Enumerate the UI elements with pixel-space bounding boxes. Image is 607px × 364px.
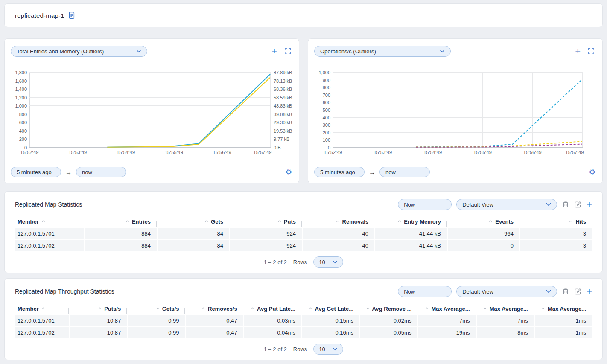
y-tick-label: 78.13 kB [274,79,292,84]
fullscreen-icon[interactable] [588,48,595,55]
column-header[interactable]: Puts [229,218,302,225]
table-cell: 0.99 [127,327,185,338]
table-cell: 19ms [417,327,476,338]
column-header[interactable]: Max Average... [417,306,476,312]
table-cell: 964 [447,228,519,239]
y-tick-label: 100 [323,137,330,143]
view-selector[interactable]: Default View [456,286,557,297]
table-cell: 884 [84,228,157,239]
y-tick-label: 9.77 kB [274,137,289,142]
document-icon[interactable] [68,12,75,19]
sort-caret-icon [541,307,545,310]
column-header-label: Removes/s [208,306,237,312]
column-header-label: Hits [575,218,586,225]
x-axis: 15:52:4915:53:4915:54:4915:55:4915:56:49… [29,150,271,157]
column-header-label: Avg Get Late... [315,306,354,312]
column-header[interactable]: Events [447,218,519,225]
chart-plot[interactable] [333,72,583,148]
y-tick-label: 48.83 kB [274,103,292,108]
column-header[interactable]: Member [15,306,69,312]
column-header[interactable]: Gets [157,218,229,225]
table-cell: 0.47 [185,327,243,338]
table-cell: 0.04ms [243,327,301,338]
x-tick-label: 15:54:49 [117,150,135,155]
time-to-input[interactable]: now [76,167,126,177]
arrow-right-icon: → [369,169,375,176]
x-tick-label: 15:57:49 [254,150,272,155]
x-tick-label: 15:56:49 [523,150,542,155]
metric-selector-label: Operations/s (Outliers) [320,48,376,55]
x-tick-label: 15:53:49 [68,150,87,155]
column-header[interactable]: Entries [84,218,157,225]
table-cell: 0.02ms [359,315,417,326]
rows-label: Rows [293,259,307,265]
sort-caret-icon [336,220,340,223]
edit-view-icon[interactable] [574,288,582,295]
fullscreen-icon[interactable] [284,48,291,55]
table-row[interactable]: 127.0.0.1:570210.870.990.470.04ms0.16ms0… [15,327,592,338]
sort-caret-icon [425,307,429,310]
add-column-icon[interactable]: + [587,288,592,295]
column-header[interactable]: Avg Remove ... [359,306,417,312]
view-selector[interactable]: Default View [456,199,557,210]
delete-view-icon[interactable] [562,288,569,295]
chevron-down-icon [333,260,338,264]
column-header[interactable]: Hits [519,218,592,225]
table-row[interactable]: 127.0.0.1:570110.870.990.470.03ms0.15ms0… [15,315,592,326]
page-size-selector[interactable]: 10 [313,344,343,355]
time-from-input[interactable]: 5 minutes ago [314,167,365,177]
column-header-label: Member [18,218,39,225]
time-from-input[interactable]: 5 minutes ago [11,167,61,177]
chevron-down-icon [440,50,445,53]
gets-per-sec-line [416,141,582,147]
delete-view-icon[interactable] [562,201,569,208]
table-cell: 1ms [534,315,592,326]
removes-per-sec-line [416,144,582,147]
column-header[interactable]: Removals [302,218,374,225]
y-tick-label: 300 [323,122,330,128]
y-tick-label: 68.36 kB [274,87,292,92]
table-cell: 40 [302,240,374,251]
column-header[interactable]: Avg Get Late... [301,306,359,312]
y-tick-label: 0 B [274,145,281,150]
table-row[interactable]: 127.0.0.1:5701884849244041.44 kB9643 [15,228,592,239]
column-header[interactable]: Max Average... [534,306,592,312]
y-tick-label: 500 [323,108,330,113]
column-header-label: Gets [211,218,223,225]
table-cell: 1ms [534,327,592,338]
x-tick-label: 15:55:49 [165,150,183,155]
table-cell: 10.87 [69,315,127,326]
add-chart-icon[interactable]: + [575,47,581,55]
column-header-label: Member [18,306,39,312]
metric-selector[interactable]: Total Entries and Memory (Outliers) [11,46,147,57]
column-header[interactable]: Avg Put Late... [243,306,301,312]
column-header[interactable]: Member [15,218,84,225]
y-tick-label: 200 [19,137,27,142]
column-header[interactable]: Removes/s [185,306,243,312]
chevron-down-icon [546,203,551,206]
view-selector-label: Default View [462,288,493,295]
column-header[interactable]: Puts/s [69,306,127,312]
column-header[interactable]: Entry Memory [374,218,447,225]
time-to-input[interactable]: now [379,167,430,177]
add-column-icon[interactable]: + [587,201,592,208]
chart-plot[interactable] [29,72,271,148]
table-cell: 127.0.0.1:5701 [15,315,69,326]
page-size-selector[interactable]: 10 [313,256,343,268]
table-row[interactable]: 127.0.0.1:5702884849244041.44 kB03 [15,240,592,251]
time-input[interactable]: Now [398,286,452,297]
column-header[interactable]: Max Average... [476,306,534,312]
metric-selector[interactable]: Operations/s (Outliers) [314,46,451,57]
y-tick-label: 87.89 kB [274,70,292,75]
add-chart-icon[interactable]: + [271,47,277,55]
sort-caret-icon [569,220,573,223]
time-input[interactable]: Now [398,199,452,210]
sort-caret-icon [489,220,493,223]
y-tick-label: 1,000 [318,70,330,75]
settings-gear-icon[interactable]: ⚙ [589,168,595,177]
column-header[interactable]: Gets/s [127,306,185,312]
edit-view-icon[interactable] [574,201,582,208]
sort-caret-icon [397,220,401,223]
settings-gear-icon[interactable]: ⚙ [286,168,292,177]
column-header-label: Events [495,218,514,225]
